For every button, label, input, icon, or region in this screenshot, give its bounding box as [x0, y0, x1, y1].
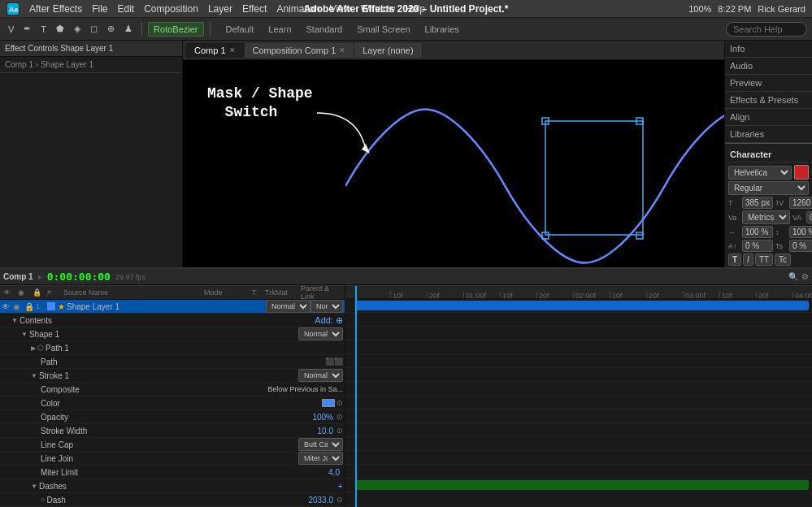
track-dashes	[345, 479, 812, 492]
effect-controls-header: Effect Controls Shape Layer 1	[0, 41, 182, 57]
prop-line-cap[interactable]: Line Cap Butt Cap	[0, 438, 345, 452]
right-panel-libraries[interactable]: Libraries	[725, 126, 812, 143]
font-style-select[interactable]: Regular	[728, 181, 809, 195]
track-layer1	[345, 299, 812, 313]
track-stroke1	[345, 368, 812, 382]
prop-contents[interactable]: ▼ Contents Add: ⊕	[0, 314, 345, 327]
prop-miter-limit[interactable]: Miter Limit 4.0	[0, 466, 345, 479]
timeline-search-btn[interactable]: 🔍	[788, 272, 798, 281]
line-cap-select[interactable]: Butt Cap	[298, 438, 343, 451]
prop-dash-label: Dash	[46, 496, 308, 505]
stroke-color-swatch[interactable]	[322, 399, 335, 407]
style-allcaps-btn[interactable]: TT	[755, 254, 773, 266]
prop-color[interactable]: Color ⊙	[0, 396, 345, 410]
track-dash	[345, 492, 812, 506]
scale-v-input[interactable]	[789, 226, 812, 238]
style-italic-btn[interactable]: I	[743, 254, 753, 266]
character-size-row: T ⌇V	[728, 197, 809, 209]
menu-after-effects[interactable]: After Effects	[29, 3, 82, 15]
tracking-input[interactable]	[789, 197, 812, 209]
expand-dashes[interactable]: ▼	[31, 483, 37, 490]
text-color-swatch[interactable]	[794, 165, 809, 180]
shape1-mode[interactable]: Normal	[298, 327, 343, 340]
stroke1-mode[interactable]: Normal	[298, 369, 343, 382]
prop-shape1[interactable]: ▼ Shape 1 Normal	[0, 327, 345, 341]
ruler-mark-20f4: 20f	[756, 292, 769, 298]
ruler-mark-20f2: 20f	[536, 292, 549, 298]
right-panel-preview[interactable]: Preview	[725, 75, 812, 92]
baseline-input[interactable]	[742, 240, 773, 252]
workspace-tab-default[interactable]: Default	[219, 22, 261, 37]
prop-opacity[interactable]: Opacity 100% ⊙	[0, 410, 345, 424]
menu-file[interactable]: File	[92, 3, 107, 15]
comp-tab-composition[interactable]: Composition Comp 1 ✕	[245, 43, 355, 58]
sine-wave	[345, 101, 724, 271]
add-content-btn[interactable]: Add: ⊕	[315, 315, 343, 326]
track-miter-limit	[345, 465, 812, 479]
lock-icon-1[interactable]: 🔒	[24, 302, 34, 311]
solo-icon-1[interactable]: ◉	[13, 302, 23, 311]
menu-effect[interactable]: Effect	[242, 3, 267, 15]
dash-anim-icon: ⊙	[337, 496, 343, 504]
scale-h-input[interactable]	[742, 226, 773, 238]
playhead[interactable]	[355, 286, 357, 507]
menu-layer[interactable]: Layer	[208, 3, 232, 15]
workspace-tab-libraries[interactable]: Libraries	[419, 22, 466, 37]
rotobezier-button[interactable]: RotoBezier	[148, 22, 203, 37]
tool-text[interactable]: T	[37, 23, 50, 36]
tsume-input[interactable]	[789, 240, 812, 252]
track-opacity	[345, 410, 812, 423]
menu-edit[interactable]: Edit	[117, 3, 134, 15]
right-panel-effects[interactable]: Effects & Presets	[725, 92, 812, 109]
layer-trkmat-select-1[interactable]: None	[310, 300, 343, 313]
expand-path1[interactable]: ▶	[31, 344, 36, 352]
font-family-select[interactable]: Helvetica	[728, 166, 792, 180]
right-panel-align[interactable]: Align	[725, 109, 812, 126]
prop-dashes[interactable]: ▼ Dashes +	[0, 479, 345, 493]
prop-stroke1[interactable]: ▼ Stroke 1 Normal	[0, 369, 345, 383]
prop-stroke-width[interactable]: Stroke Width 10.0 ⊙	[0, 424, 345, 438]
workspace-tab-learn[interactable]: Learn	[262, 22, 297, 37]
tool-select[interactable]: V	[5, 23, 17, 36]
character-font-row: Helvetica	[728, 165, 809, 180]
line-join-select[interactable]: Miter Join	[298, 452, 343, 465]
layer-mode-select-1[interactable]: Normal	[266, 300, 310, 313]
kerning-input[interactable]	[806, 211, 812, 223]
tool-clone[interactable]: ◈	[71, 22, 84, 36]
eye-icon-1[interactable]: 👁	[2, 302, 11, 311]
comp-tab-layer[interactable]: Layer (none)	[354, 43, 422, 58]
toolbar-right	[726, 22, 807, 37]
tool-puppet[interactable]: ♟	[121, 22, 136, 36]
style-smallcaps-btn[interactable]: Tc	[775, 254, 791, 266]
comp-tab-comp1[interactable]: Comp 1 ✕	[186, 43, 245, 58]
right-panel-audio[interactable]: Audio	[725, 58, 812, 75]
prop-line-join[interactable]: Line Join Miter Join	[0, 452, 345, 466]
workspace-tab-smallscreen[interactable]: Small Screen	[350, 22, 416, 37]
prop-path[interactable]: Path ⬛⬛	[0, 355, 345, 369]
tool-pen[interactable]: ✒	[20, 22, 34, 36]
metrics-select[interactable]: Metrics	[742, 210, 790, 224]
search-input[interactable]	[726, 22, 807, 37]
comp-tab-close-1[interactable]: ✕	[229, 46, 236, 54]
expand-stroke1[interactable]: ▼	[31, 372, 37, 379]
timeline-timecode: 0:00:00:00	[47, 271, 111, 283]
workspace-tab-standard[interactable]: Standard	[300, 22, 350, 37]
expand-contents[interactable]: ▼	[11, 317, 18, 324]
tool-roto[interactable]: ⊕	[104, 22, 118, 36]
prop-composite[interactable]: Composite Below Previous in Sa...	[0, 383, 345, 396]
menu-composition[interactable]: Composition	[144, 3, 198, 15]
expand-shape1[interactable]: ▼	[21, 331, 28, 338]
prop-dash[interactable]: ○ Dash 2033.0 ⊙	[0, 493, 345, 507]
font-size-input[interactable]	[742, 197, 773, 209]
comp-tab-label-2: Composition Comp 1	[253, 46, 337, 55]
comp-tab-close-2[interactable]: ✕	[339, 46, 345, 54]
dashes-add-btn[interactable]: +	[338, 481, 343, 491]
tool-brush[interactable]: ⬟	[53, 22, 67, 36]
layer-shape-layer-1[interactable]: 👁 ◉ 🔒 1 ★ Shape Layer 1 Normal None	[0, 300, 345, 314]
style-bold-btn[interactable]: T	[728, 254, 741, 266]
comp-tabs: Comp 1 ✕ Composition Comp 1 ✕ Layer (non…	[183, 41, 724, 60]
prop-path1[interactable]: ▶ ⬡ Path 1	[0, 341, 345, 355]
right-panel-info[interactable]: Info	[725, 41, 812, 58]
tool-eraser[interactable]: ◻	[87, 22, 101, 36]
timeline-options-btn[interactable]: ⚙	[801, 272, 809, 281]
